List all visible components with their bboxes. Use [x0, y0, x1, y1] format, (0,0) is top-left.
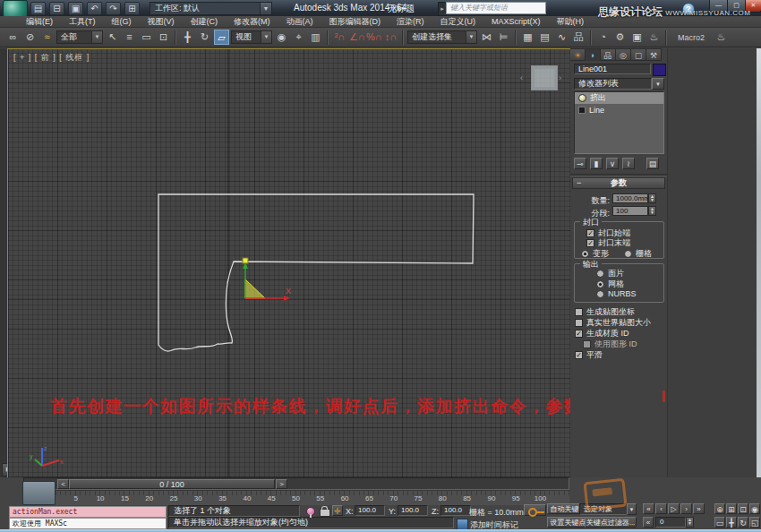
base-object-icon[interactable] [578, 107, 586, 114]
render-production-icon[interactable]: ♨ [646, 30, 662, 45]
maximize-viewport-toggle-icon[interactable]: ◱ [749, 517, 760, 528]
infocenter-help-icon[interactable]: ? [682, 3, 695, 15]
unlink-selection-icon[interactable]: ⊘ [22, 30, 38, 45]
use-pivot-center-icon[interactable]: ◉ [274, 30, 289, 45]
menu-item-10[interactable]: MAXScript(X) [483, 17, 549, 26]
modifier-list-arrow-icon[interactable]: ▼ [652, 78, 664, 90]
viewport-label[interactable]: [ + ] [ 前 ] [ 线框 ] [13, 52, 90, 64]
y-coord-field[interactable]: 100.0 [398, 505, 428, 516]
x-coord-field[interactable]: 100.0 [355, 505, 385, 516]
nurbs-radio[interactable]: NURBS [596, 289, 637, 298]
go-to-end-button[interactable]: » [693, 503, 705, 514]
open-file-icon[interactable]: ⊟ [49, 2, 64, 15]
reference-coordinate-dropdown[interactable]: 视图▼ [231, 30, 272, 44]
rendered-frame-icon[interactable]: ▣ [629, 30, 645, 45]
workspace-dropdown[interactable]: 工作区: 默认 [150, 2, 263, 15]
viewcube-rotate-left-icon[interactable]: ‹ [520, 73, 523, 82]
checkbox-icon[interactable] [575, 351, 583, 359]
viewcube-rotate-right-icon[interactable]: › [559, 73, 561, 82]
checkbox-icon[interactable] [586, 239, 594, 247]
zoom-all-icon[interactable]: ⊞ [726, 503, 737, 514]
checkbox-icon[interactable] [575, 319, 583, 327]
render-teapot-icon[interactable]: ♨ [714, 30, 729, 45]
menu-item-6[interactable]: 动画(A) [278, 16, 321, 28]
next-frame-button[interactable]: › [680, 503, 692, 514]
dropdown-arrow-icon[interactable]: ▼ [91, 31, 102, 43]
pin-stack-button[interactable]: ⊸ [574, 158, 586, 169]
zoom-extents-icon[interactable]: ⊡ [738, 503, 748, 514]
schematic-view-icon[interactable]: 品 [571, 30, 586, 45]
set-key-button[interactable]: 设置关键点 [547, 517, 589, 528]
mirror-icon[interactable]: ⋈ [479, 30, 494, 45]
isolate-selection-toggle-icon[interactable] [306, 507, 315, 516]
next-frame-arrow[interactable]: > [276, 479, 287, 489]
menu-item-8[interactable]: 渲染(R) [389, 16, 432, 28]
maxscript-listener-line2[interactable]: 欢迎使用 MAXSc [9, 518, 167, 529]
field-of-view-icon[interactable]: ◉ [749, 503, 760, 514]
menu-item-3[interactable]: 视图(V) [140, 16, 183, 28]
object-color-swatch[interactable] [653, 64, 666, 76]
select-and-manipulate-icon[interactable]: ⌖ [291, 30, 306, 45]
select-and-link-icon[interactable]: ∞ [5, 30, 21, 45]
previous-frame-arrow[interactable]: < [57, 479, 69, 489]
select-and-scale-icon[interactable]: ▱ [214, 30, 229, 45]
amount-field[interactable]: 1000.0mm [612, 193, 648, 203]
time-slider-track[interactable]: < 0 / 100 > [23, 477, 569, 490]
remove-modifier-button[interactable]: ≀ [622, 158, 635, 169]
search-input[interactable]: 键入关键字或短语 [446, 2, 546, 14]
panel-scrollbar[interactable] [757, 48, 761, 477]
object-name-field[interactable]: Line001 [574, 64, 651, 74]
time-slider-handle[interactable]: 0 / 100 [69, 479, 275, 489]
new-scene-icon[interactable]: ▤ [30, 2, 46, 15]
selection-filter-dropdown[interactable]: 全部▼ [56, 30, 103, 44]
save-file-icon[interactable]: ▣ [68, 2, 83, 15]
angle-snap-icon[interactable]: ∠∩ [349, 30, 364, 45]
configure-modifier-sets-button[interactable]: ▤ [646, 158, 659, 169]
checkbox-icon[interactable] [575, 330, 583, 338]
menu-item-4[interactable]: 创建(C) [183, 16, 227, 28]
material-editor-icon[interactable]: ◔ [595, 30, 611, 45]
graphite-ribbon-icon[interactable]: ▤ [537, 30, 552, 45]
rollout-collapse-icon[interactable]: − [577, 178, 581, 188]
front-viewport[interactable]: X x y z [ + ] [ 前 ] [ 线框 ] ‹ › 首先创建一个如图所… [7, 48, 572, 478]
rectangular-selection-icon[interactable]: ▭ [139, 30, 154, 45]
go-to-start-button[interactable]: « [643, 503, 654, 514]
minimize-button[interactable]: — [709, 0, 728, 13]
menu-item-5[interactable]: 修改器(M) [226, 16, 278, 28]
grid-radio[interactable]: 栅格 [624, 248, 652, 260]
mini-curve-editor-button[interactable] [22, 481, 56, 505]
transform-typein-toggle-icon[interactable]: ✛ [332, 505, 343, 516]
layer-manager-icon[interactable]: ▦ [520, 30, 535, 45]
3dsmax-logo-icon[interactable] [3, 0, 28, 17]
dropdown-arrow-icon[interactable]: ▼ [261, 31, 271, 43]
zoom-icon[interactable]: ⊕ [714, 503, 725, 514]
segments-spinner[interactable]: ▲▼ [648, 206, 656, 216]
radio-icon[interactable] [596, 290, 604, 298]
smooth-checkbox[interactable]: 平滑 [575, 349, 603, 361]
checkbox-icon[interactable] [575, 308, 583, 316]
menu-item-11[interactable]: 帮助(H) [549, 16, 593, 28]
segments-field[interactable]: 100 [612, 206, 648, 216]
selection-lock-toggle-icon[interactable] [320, 509, 330, 517]
close-button[interactable]: ✕ [745, 0, 761, 13]
menu-item-0[interactable]: 编辑(E) [18, 16, 61, 28]
keyboard-override-icon[interactable]: ▥ [308, 30, 323, 45]
snap-toggle-icon[interactable]: ²∩ [332, 30, 347, 45]
set-keys-button[interactable] [524, 504, 546, 516]
viewcube[interactable] [531, 65, 558, 90]
make-unique-button[interactable]: ∨ [606, 158, 619, 169]
window-crossing-icon[interactable]: ⊡ [156, 30, 171, 45]
render-setup-icon[interactable]: ⚙ [612, 30, 628, 45]
selection-set-arrow-icon[interactable]: ▼ [627, 503, 637, 515]
menu-item-2[interactable]: 组(G) [104, 16, 140, 28]
tab-display[interactable]: ▢ [631, 48, 646, 61]
time-spinner[interactable]: ▲▼ [686, 517, 694, 528]
tab-motion[interactable]: ◎ [616, 48, 631, 61]
menu-item-7[interactable]: 图形编辑器(D) [321, 16, 389, 28]
key-filters-button[interactable]: 关键点过滤器... [585, 517, 637, 528]
menu-item-1[interactable]: 工具(T) [61, 16, 104, 28]
radio-icon[interactable] [596, 270, 604, 278]
align-icon[interactable]: ⊨ [496, 30, 511, 45]
pan-hand-icon[interactable]: ╋ [726, 517, 737, 528]
orbit-icon[interactable]: ↻ [738, 517, 748, 528]
